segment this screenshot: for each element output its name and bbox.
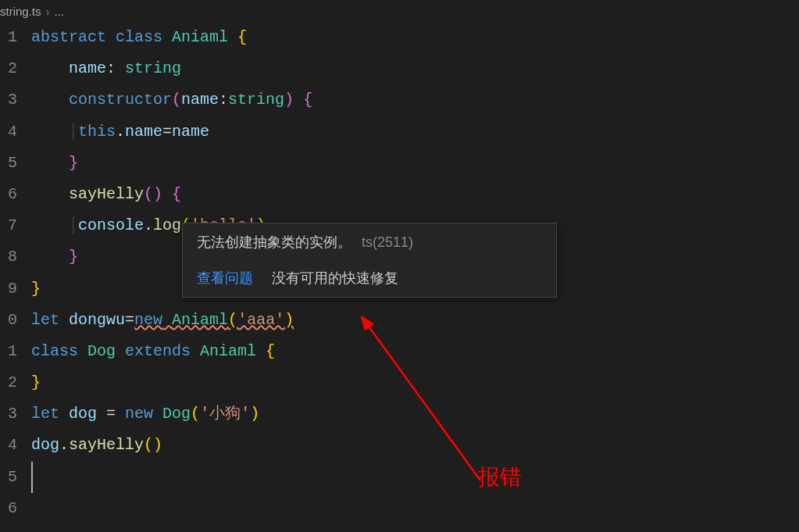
line-number: 4 — [0, 430, 17, 461]
code-line[interactable]: } — [31, 148, 799, 179]
code-line[interactable] — [31, 462, 799, 493]
code-line[interactable]: dog.sayHelly() — [31, 430, 799, 461]
text-cursor — [31, 462, 33, 493]
line-number: 3 — [0, 398, 17, 430]
code-line[interactable]: constructor(name:string) { — [31, 84, 799, 116]
code-line[interactable]: let dog = new Dog('小狗') — [31, 398, 799, 430]
line-number: 8 — [0, 241, 17, 273]
code-line[interactable]: name: string — [31, 53, 799, 84]
code-line[interactable]: let dongwu=new Aniaml('aaa') — [31, 305, 799, 336]
annotation-label: 报错 — [478, 462, 522, 492]
chevron-right-icon: › — [46, 5, 50, 18]
breadcrumb-rest[interactable]: ... — [55, 5, 65, 18]
line-number: 1 — [0, 22, 17, 53]
tooltip-message: 无法创建抽象类的实例。 — [197, 234, 351, 250]
view-problem-link[interactable]: 查看问题 — [197, 269, 253, 287]
line-number: 1 — [0, 336, 17, 367]
tooltip-actions: 查看问题 没有可用的快速修复 — [183, 261, 556, 297]
line-number: 2 — [0, 53, 17, 84]
line-number: 5 — [0, 462, 17, 493]
no-quickfix-text: 没有可用的快速修复 — [272, 269, 398, 287]
code-line[interactable]: class Dog extends Aniaml { — [31, 336, 799, 367]
tooltip-message-row: 无法创建抽象类的实例。 ts(2511) — [183, 223, 556, 261]
code-line[interactable]: abstract class Aniaml { — [31, 22, 799, 53]
line-numbers: 1 2 3 4 5 6 7 8 9 0 1 2 3 4 5 6 — [0, 22, 31, 532]
code-line[interactable]: sayHelly() { — [31, 179, 799, 210]
line-number: 2 — [0, 367, 17, 398]
line-number: 0 — [0, 305, 17, 336]
breadcrumb[interactable]: string.ts › ... — [0, 0, 799, 22]
breadcrumb-file[interactable]: string.ts — [0, 5, 41, 18]
line-number: 5 — [0, 148, 17, 179]
line-number: 6 — [0, 179, 17, 210]
line-number: 7 — [0, 210, 17, 241]
line-number: 9 — [0, 273, 17, 305]
line-number: 3 — [0, 84, 17, 116]
line-number: 6 — [0, 493, 17, 524]
line-number: 4 — [0, 116, 17, 148]
code-line[interactable]: } — [31, 367, 799, 398]
tooltip-error-code: ts(2511) — [362, 234, 413, 250]
error-tooltip: 无法创建抽象类的实例。 ts(2511) 查看问题 没有可用的快速修复 — [182, 223, 557, 298]
code-line[interactable]: │this.name=name — [31, 116, 799, 148]
